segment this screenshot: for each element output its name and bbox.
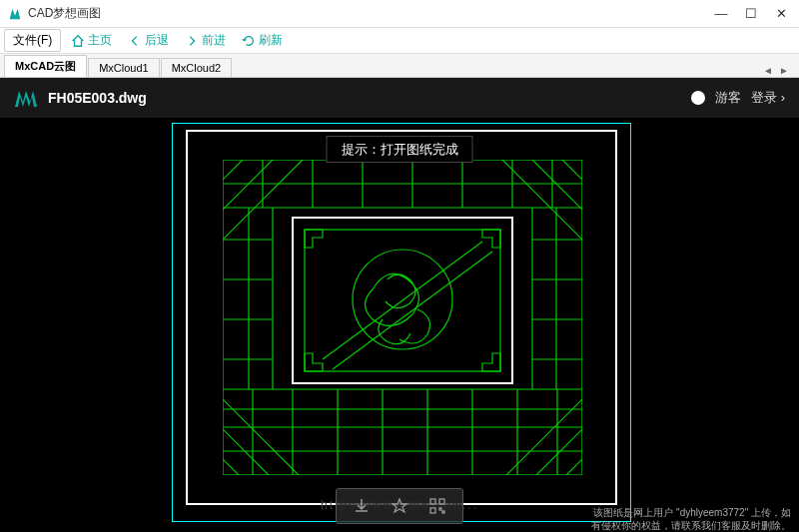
back-button[interactable]: 后退 <box>122 30 175 51</box>
hint-tooltip: 提示：打开图纸完成 <box>327 136 473 163</box>
window-controls: — ☐ ✕ <box>715 8 791 20</box>
mxcad-logo-icon <box>14 88 38 108</box>
window-titlebar: CAD梦想画图 — ☐ ✕ <box>0 0 799 28</box>
disclaimer-text: 该图纸是网上用户 "dyhlyeem3772" 上传，如 有侵权你的权益，请联系… <box>591 506 791 532</box>
menu-bar: 文件(F) 主页 后退 前进 刷新 <box>0 28 799 54</box>
window-title: CAD梦想画图 <box>28 5 715 22</box>
svg-line-5 <box>552 160 582 190</box>
svg-line-7 <box>223 389 313 475</box>
forward-icon <box>185 34 199 48</box>
download-icon <box>353 497 371 515</box>
refresh-button[interactable]: 刷新 <box>236 30 289 51</box>
download-button[interactable] <box>351 495 373 517</box>
maximize-button[interactable]: ☐ <box>745 8 757 20</box>
user-panel: 游客 登录 › <box>691 89 785 107</box>
svg-rect-53 <box>430 508 435 513</box>
svg-line-49 <box>333 252 492 369</box>
svg-rect-51 <box>430 499 435 504</box>
tab-bar: MxCAD云图 MxCloud1 MxCloud2 ◄ ► <box>0 54 799 78</box>
tab-mxcad[interactable]: MxCAD云图 <box>4 55 87 77</box>
tab-prev-button[interactable]: ◄ <box>761 63 775 77</box>
disclaimer-line2: 有侵权你的权益，请联系我们客服及时删除。 <box>591 519 791 532</box>
svg-rect-52 <box>439 499 444 504</box>
svg-rect-55 <box>442 511 444 513</box>
refresh-label: 刷新 <box>259 32 283 49</box>
avatar-icon <box>691 91 705 105</box>
back-label: 后退 <box>145 32 169 49</box>
svg-line-8 <box>223 449 253 475</box>
svg-line-10 <box>492 389 582 475</box>
star-icon <box>391 497 408 515</box>
login-link[interactable]: 登录 › <box>751 89 785 107</box>
svg-line-2 <box>223 160 313 250</box>
cad-canvas[interactable]: 提示：打开图纸完成 <box>0 118 799 532</box>
disclaimer-line1: 该图纸是网上用户 "dyhlyeem3772" 上传，如 <box>591 506 791 519</box>
svg-line-4 <box>492 160 582 250</box>
svg-rect-54 <box>439 508 441 510</box>
forward-button[interactable]: 前进 <box>179 30 232 51</box>
minimize-button[interactable]: — <box>715 8 727 20</box>
close-button[interactable]: ✕ <box>775 8 787 20</box>
home-button[interactable]: 主页 <box>65 30 118 51</box>
tab-next-button[interactable]: ► <box>777 63 791 77</box>
svg-line-48 <box>323 242 482 359</box>
qrcode-button[interactable] <box>426 495 448 517</box>
back-icon <box>128 34 142 48</box>
tab-mxcloud2[interactable]: MxCloud2 <box>161 58 233 77</box>
app-viewport: FH05E003.dwg 游客 登录 › 提示：打开图纸完成 <box>0 78 799 532</box>
bottom-toolbar <box>336 488 463 524</box>
app-icon <box>8 7 22 21</box>
home-label: 主页 <box>88 32 112 49</box>
refresh-icon <box>242 34 256 48</box>
svg-line-0 <box>223 160 253 190</box>
lattice-pattern-icon <box>223 160 582 475</box>
forward-label: 前进 <box>202 32 226 49</box>
hint-text: 提示：打开图纸完成 <box>342 142 458 157</box>
file-menu[interactable]: 文件(F) <box>4 29 61 52</box>
svg-point-50 <box>353 250 452 349</box>
tab-mxcloud1[interactable]: MxCloud1 <box>88 58 160 77</box>
app-header: FH05E003.dwg 游客 登录 › <box>0 78 799 118</box>
home-icon <box>71 34 85 48</box>
tab-nav: ◄ ► <box>761 63 795 77</box>
filename-label: FH05E003.dwg <box>48 90 691 106</box>
guest-label: 游客 <box>715 89 741 107</box>
qrcode-icon <box>428 497 446 515</box>
cad-drawing <box>223 160 582 475</box>
favorite-button[interactable] <box>389 495 410 517</box>
svg-line-1 <box>223 160 283 220</box>
